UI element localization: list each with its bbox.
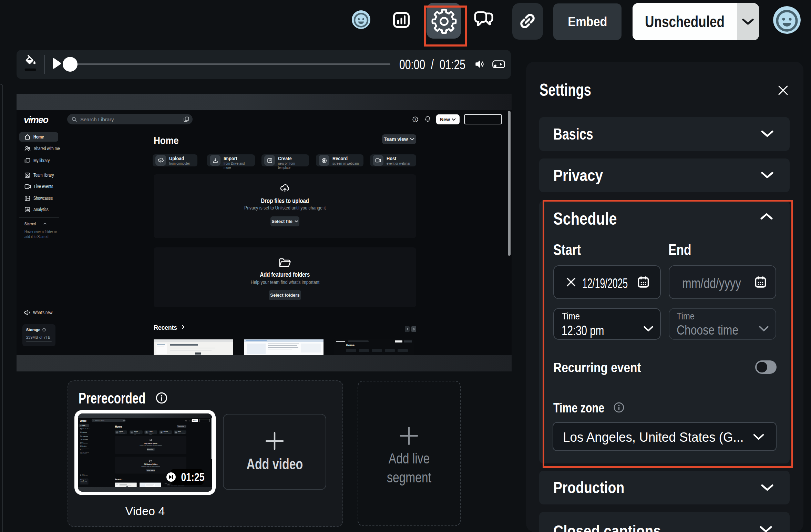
svg-text:?: ? (186, 420, 186, 421)
svg-text:?: ? (414, 117, 417, 121)
